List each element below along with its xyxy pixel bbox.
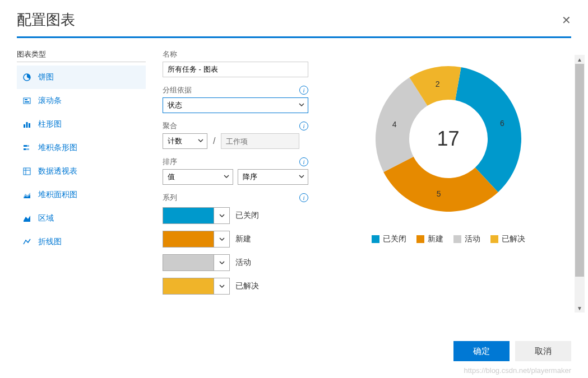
- name-input[interactable]: [163, 62, 308, 77]
- chart-type-label: 堆积面积图: [38, 190, 77, 200]
- series-color-select[interactable]: [163, 207, 230, 224]
- chevron-down-icon: [214, 278, 229, 294]
- svg-rect-11: [24, 168, 30, 175]
- legend-item: 活动: [453, 234, 480, 244]
- agg-label: 聚合: [163, 121, 177, 131]
- name-label: 名称: [163, 49, 308, 59]
- pivot-icon: [22, 167, 31, 176]
- chart-type-label: 堆积条形图: [38, 143, 77, 153]
- svg-rect-2: [25, 99, 27, 100]
- line-icon: [22, 237, 31, 246]
- chevron-down-icon: [214, 231, 229, 247]
- ok-button[interactable]: 确定: [453, 341, 510, 361]
- legend-item: 已解决: [490, 234, 525, 244]
- chart-type-pie[interactable]: 饼图: [17, 66, 146, 89]
- slice-value: 6: [499, 119, 504, 128]
- scroll-down-icon[interactable]: ▼: [575, 304, 585, 312]
- series-color-select[interactable]: [163, 254, 230, 271]
- sort-dir-select[interactable]: 降序: [238, 169, 308, 185]
- scrollbar-thumb[interactable]: [575, 64, 584, 277]
- series-item: 活动: [163, 254, 308, 271]
- sort-label: 排序: [163, 157, 177, 167]
- pie-icon: [22, 73, 31, 82]
- chart-type-column[interactable]: 柱形图: [17, 113, 146, 136]
- scrollbar[interactable]: ▲ ▼: [575, 55, 585, 312]
- chevron-down-icon: [214, 255, 229, 270]
- chart-legend: 已关闭新建活动已解决: [372, 234, 525, 244]
- svg-rect-9: [24, 148, 26, 150]
- chart-type-label: 饼图: [38, 72, 54, 82]
- legend-swatch: [416, 235, 424, 243]
- series-label: 活动: [235, 258, 251, 268]
- slice-value: 4: [392, 120, 396, 129]
- series-item: 已解决: [163, 278, 308, 295]
- series-label: 新建: [235, 234, 251, 244]
- slice-value: 5: [436, 189, 441, 198]
- legend-swatch: [490, 235, 498, 243]
- info-icon[interactable]: i: [299, 193, 308, 202]
- donut-chart: 6542 17: [364, 55, 533, 223]
- chart-type-label: 数据透视表: [38, 166, 77, 176]
- header-divider: [17, 36, 571, 38]
- close-button[interactable]: ✕: [562, 15, 571, 26]
- chart-type-section-label: 图表类型: [17, 49, 146, 62]
- chart-type-area[interactable]: 区域: [17, 207, 146, 230]
- sort-by-select[interactable]: 值: [163, 169, 233, 185]
- chart-type-label: 折线图: [38, 237, 62, 247]
- area-icon: [22, 214, 31, 223]
- chart-type-label: 滚动条: [38, 96, 62, 106]
- chart-type-list: 饼图 滚动条 柱形图 堆积条形图 数据透视表: [17, 66, 146, 254]
- chart-type-pivot[interactable]: 数据透视表: [17, 160, 146, 183]
- chart-type-line[interactable]: 折线图: [17, 230, 146, 254]
- stacked-area-icon: [22, 190, 31, 199]
- scroll-up-icon[interactable]: ▲: [575, 55, 585, 64]
- chart-type-stacked-bar[interactable]: 堆积条形图: [17, 136, 146, 160]
- svg-rect-4: [24, 124, 25, 128]
- series-label: 已解决: [235, 281, 259, 291]
- info-icon[interactable]: i: [299, 157, 308, 166]
- watermark: https://blog.csdn.net/playermaker: [464, 366, 572, 375]
- slice-value: 2: [435, 80, 439, 88]
- color-swatch: [163, 255, 214, 270]
- close-icon: ✕: [562, 14, 571, 26]
- series-item: 已关闭: [163, 207, 308, 224]
- series-color-select[interactable]: [163, 278, 230, 295]
- stacked-bar-icon: [22, 143, 31, 152]
- chart-type-label: 柱形图: [38, 119, 62, 129]
- legend-swatch: [372, 235, 379, 243]
- color-swatch: [163, 278, 214, 294]
- svg-rect-7: [24, 145, 27, 147]
- legend-swatch: [453, 235, 461, 243]
- series-label: 已关闭: [235, 211, 259, 221]
- agg-slash: /: [213, 136, 215, 146]
- legend-item: 已关闭: [372, 234, 406, 244]
- legend-label: 活动: [465, 234, 480, 244]
- column-icon: [22, 120, 31, 129]
- donut-total: 17: [420, 111, 476, 167]
- svg-rect-6: [29, 123, 30, 128]
- series-label: 系列: [163, 193, 177, 203]
- svg-rect-1: [24, 98, 30, 104]
- info-icon[interactable]: i: [299, 122, 308, 130]
- chart-type-scroll[interactable]: 滚动条: [17, 89, 146, 113]
- svg-rect-5: [26, 122, 28, 128]
- chart-type-label: 区域: [38, 213, 54, 223]
- info-icon[interactable]: i: [299, 86, 308, 95]
- legend-label: 新建: [428, 234, 443, 244]
- color-swatch: [163, 231, 214, 247]
- agg-select[interactable]: 计数: [163, 133, 207, 149]
- cancel-button[interactable]: 取消: [515, 341, 571, 361]
- svg-rect-3: [25, 101, 29, 102]
- color-swatch: [163, 208, 214, 223]
- series-color-select[interactable]: [163, 231, 230, 248]
- legend-label: 已关闭: [383, 234, 406, 244]
- svg-rect-8: [27, 145, 29, 147]
- group-select[interactable]: 状态: [163, 97, 308, 113]
- chart-type-stacked-area[interactable]: 堆积面积图: [17, 183, 146, 207]
- group-label: 分组依据: [163, 85, 192, 95]
- series-item: 新建: [163, 231, 308, 248]
- legend-item: 新建: [416, 234, 443, 244]
- legend-label: 已解决: [502, 234, 525, 244]
- dialog-title: 配置图表: [17, 10, 75, 30]
- scroll-icon: [22, 96, 31, 105]
